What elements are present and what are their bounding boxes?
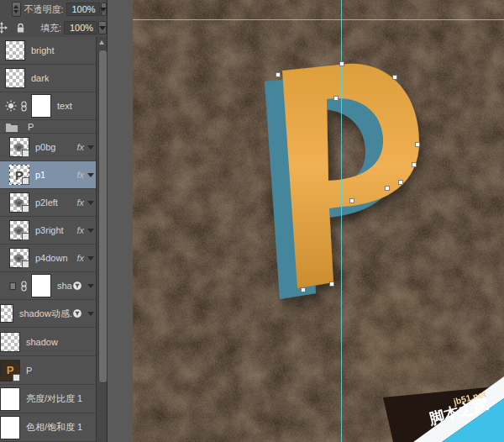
smart-object-badge <box>22 150 29 157</box>
scrollbar-up-button[interactable] <box>98 39 106 47</box>
document-canvas[interactable]: jb51.net 脚本之家 <box>133 0 504 442</box>
layer-row[interactable]: p4downfx <box>0 245 96 272</box>
clip-icon <box>9 282 17 291</box>
anchor-handle[interactable] <box>276 73 281 77</box>
layer-expand-caret[interactable] <box>87 201 94 205</box>
layer-row[interactable]: bright <box>0 37 96 65</box>
layer-name: P <box>28 122 34 132</box>
anchor-handle[interactable] <box>340 62 344 66</box>
opacity-value[interactable]: 100% <box>66 3 100 16</box>
canvas-svg: jb51.net 脚本之家 <box>133 0 504 442</box>
anchor-handle[interactable] <box>386 187 390 191</box>
layer-thumbnail[interactable] <box>5 68 25 88</box>
layer-expand-caret[interactable] <box>87 256 94 260</box>
layer-expand-caret[interactable] <box>87 229 94 233</box>
dock-column: ▶▶ ✕ <box>108 0 133 442</box>
layer-row[interactable]: p2leftfx <box>0 189 96 217</box>
layer-name: text <box>57 101 72 111</box>
layer-thumbnail[interactable] <box>0 304 13 323</box>
blend-mode-spinner[interactable] <box>12 2 21 17</box>
adjust-icon <box>5 100 17 112</box>
anchor-handle[interactable] <box>416 143 420 147</box>
layer-effects-fx[interactable]: fx <box>76 170 84 180</box>
smart-object-badge <box>22 233 29 240</box>
layer-group-row[interactable]: P <box>0 120 96 134</box>
layer-row[interactable]: shado... <box>0 272 96 300</box>
anchor-handle[interactable] <box>334 97 339 101</box>
layer-thumbnail[interactable]: P <box>9 165 29 185</box>
layer-expand-caret[interactable] <box>87 312 94 316</box>
anchor-handle[interactable] <box>393 76 397 80</box>
layer-name: shadow动感... <box>19 308 72 320</box>
layer-name: 色相/饱和度 1 <box>26 421 82 434</box>
layer-effects-fx[interactable]: fx <box>76 253 84 263</box>
anchor-handle[interactable] <box>302 288 306 292</box>
smart-icon <box>72 308 82 318</box>
fill-dropdown-button[interactable] <box>98 21 107 34</box>
anchor-handle[interactable] <box>399 181 403 185</box>
layer-thumbnail[interactable] <box>9 220 29 240</box>
photoshop-window: { "panel": { "opacity_label": "不透明度:", "… <box>0 0 504 442</box>
layer-thumbnail[interactable] <box>0 332 20 352</box>
lock-position-icon[interactable] <box>0 22 8 34</box>
opacity-row: 不透明度: 100% <box>0 0 107 18</box>
smart-icon <box>72 281 82 291</box>
layer-effects-fx[interactable]: fx <box>76 197 84 208</box>
lock-all-icon[interactable] <box>16 23 25 34</box>
layer-thumbnail[interactable] <box>31 94 51 118</box>
layer-effects-fx[interactable]: fx <box>76 225 84 235</box>
anchor-handle[interactable] <box>330 282 334 287</box>
layer-thumbnail[interactable]: P <box>0 360 20 381</box>
layer-expand-caret[interactable] <box>87 145 94 150</box>
layer-thumbnail[interactable] <box>5 40 25 61</box>
layer-name: bright <box>31 45 55 55</box>
layer-thumbnail[interactable] <box>9 248 29 268</box>
layer-thumbnail[interactable] <box>0 416 20 439</box>
smart-object-badge <box>22 205 29 213</box>
anchor-handle[interactable] <box>350 199 354 203</box>
layer-name: p3right <box>35 225 64 235</box>
layer-row[interactable]: shadow <box>0 328 96 356</box>
opacity-label: 不透明度: <box>24 3 64 16</box>
layer-row[interactable]: Pp1fx <box>0 161 96 189</box>
layer-row[interactable]: p3rightfx <box>0 217 96 245</box>
layer-effects-fx[interactable]: fx <box>76 142 84 152</box>
layer-thumbnail[interactable] <box>9 192 29 213</box>
layer-thumbnail[interactable] <box>31 274 51 297</box>
anchor-handle[interactable] <box>412 163 417 167</box>
chain-icon <box>20 281 28 292</box>
layers-panel-controls: 不透明度: 100% 填充: 100% <box>0 0 107 38</box>
layer-name: p2left <box>35 197 58 208</box>
layer-expand-caret[interactable] <box>87 284 94 288</box>
layer-name: P <box>26 366 32 376</box>
layer-name: p0bg <box>35 142 55 152</box>
layer-row[interactable]: dark <box>0 65 96 92</box>
scrollbar-thumb[interactable] <box>98 50 108 383</box>
layer-row[interactable]: 色相/饱和度 1 <box>0 413 96 442</box>
opacity-dropdown-button[interactable] <box>101 3 107 16</box>
fill-label: 填充: <box>40 22 61 34</box>
layers-panel: 不透明度: 100% 填充: 100% brightdarktextPp0bgf… <box>0 0 108 442</box>
fill-row: 填充: 100% <box>0 18 107 37</box>
layer-row[interactable]: shadow动感... <box>0 300 96 328</box>
layer-expand-caret[interactable] <box>87 173 94 177</box>
layer-row[interactable]: text <box>0 92 96 120</box>
layer-name: shado... <box>57 281 72 291</box>
layers-scrollbar[interactable] <box>96 37 107 442</box>
layers-list: brightdarktextPp0bgfxPp1fxp2leftfxp3righ… <box>0 37 96 442</box>
smart-object-badge <box>22 177 29 185</box>
layer-thumbnail[interactable] <box>0 387 20 411</box>
layer-row[interactable]: 亮度/对比度 1 <box>0 385 96 413</box>
chain-icon <box>20 101 28 112</box>
layer-thumbnail[interactable] <box>9 137 29 157</box>
fill-value[interactable]: 100% <box>64 21 97 34</box>
layer-name: dark <box>31 73 49 83</box>
layer-name: shadow <box>26 337 58 347</box>
layer-row[interactable]: PP <box>0 356 96 385</box>
smart-object-badge <box>22 260 29 268</box>
layer-row[interactable]: p0bgfx <box>0 134 96 161</box>
smart-object-badge <box>13 374 20 381</box>
layer-name: p1 <box>35 170 45 180</box>
layer-name: 亮度/对比度 1 <box>26 392 82 405</box>
folder-icon <box>5 122 18 132</box>
